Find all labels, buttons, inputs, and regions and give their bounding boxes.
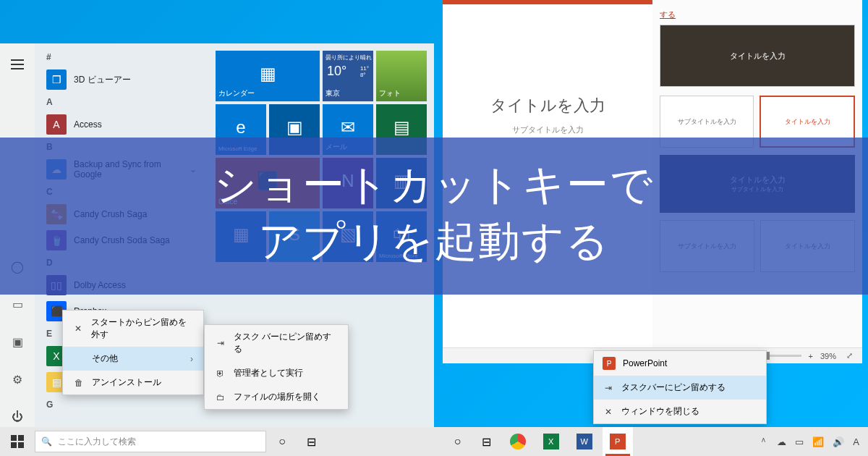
app-label: 3D ビューアー	[74, 74, 131, 86]
taskbar-powerpoint[interactable]: P	[603, 427, 633, 456]
documents-icon[interactable]: ▭	[0, 290, 35, 318]
headline-line-2: アプリを起動する	[7, 213, 861, 269]
windows-logo-icon	[11, 435, 24, 448]
weather-temp: 10°	[327, 64, 346, 79]
ctx-label: 管理者として実行	[234, 367, 303, 379]
unpin-icon: ✕	[73, 324, 84, 334]
task-view-icon[interactable]: ⊟	[298, 427, 324, 456]
trash-icon: 🗑	[73, 378, 85, 388]
close-icon: ✕	[603, 407, 614, 417]
tile-weather[interactable]: 曇り所により晴れ 10° 11°8° 東京	[323, 51, 373, 101]
design-link[interactable]: する	[660, 9, 676, 20]
ctx-label: スタートからピン留めを外す	[91, 316, 193, 341]
weather-location: 東京	[326, 88, 370, 98]
tile-photos[interactable]: フォト	[376, 51, 427, 101]
cortana-icon-2[interactable]: ○	[445, 427, 471, 456]
edge-icon: e	[236, 117, 245, 138]
section-a[interactable]: A	[35, 93, 208, 111]
word-icon: W	[576, 434, 592, 449]
ctx-label: タスク バーにピン留めする	[234, 331, 338, 355]
search-placeholder: ここに入力して検索	[58, 436, 136, 448]
powerpoint-icon: P	[610, 434, 626, 449]
task-view-icon-2[interactable]: ⊟	[474, 427, 500, 456]
app-3d-viewer[interactable]: ❒ 3D ビューアー	[35, 67, 208, 93]
tray-onedrive-icon[interactable]: ☁	[777, 436, 786, 447]
ctx-label: ファイルの場所を開く	[234, 391, 320, 403]
zoom-percent[interactable]: 39%	[820, 352, 836, 360]
hamburger-icon[interactable]	[0, 51, 35, 78]
excel-icon: X	[543, 434, 559, 449]
tile-calendar[interactable]: ▦ カレンダー	[216, 51, 320, 101]
powerpoint-titlebar	[443, 0, 652, 4]
tile-label: カレンダー	[218, 88, 317, 98]
start-button[interactable]	[3, 427, 32, 456]
taskbar-excel[interactable]: X	[536, 427, 566, 456]
powerpoint-icon: P	[603, 357, 616, 370]
slide-subtitle-placeholder[interactable]: サブタイトルを入力	[461, 124, 634, 135]
ctx-run-admin[interactable]: ⛨ 管理者として実行	[205, 361, 348, 385]
jumplist-app[interactable]: P PowerPoint	[594, 351, 766, 376]
pictures-icon[interactable]: ▣	[0, 328, 35, 355]
start-context-menu: ✕ スタートからピン留めを外す その他 › 🗑 アンインストール	[62, 310, 204, 395]
app-label: Access	[74, 119, 102, 130]
taskbar-chrome[interactable]	[503, 427, 533, 456]
ctx-uninstall[interactable]: 🗑 アンインストール	[63, 371, 203, 394]
taskbar-jumplist: P PowerPoint ⇥ タスクバーにピン留めする ✕ ウィンドウを閉じる	[593, 350, 767, 424]
start-context-submenu: ⇥ タスク バーにピン留めする ⛨ 管理者として実行 🗀 ファイルの場所を開く	[204, 324, 349, 410]
tray-ime-indicator[interactable]: A	[853, 436, 859, 447]
chevron-right-icon: ›	[190, 354, 193, 364]
pin-icon: ⇥	[215, 338, 226, 348]
tray-chevron-icon[interactable]: ＾	[759, 435, 768, 448]
tray-network-icon[interactable]: ▭	[795, 436, 804, 447]
chrome-icon	[510, 434, 526, 449]
search-icon: 🔍	[41, 436, 52, 447]
section-hash[interactable]: #	[35, 48, 208, 67]
calendar-icon: ▦	[260, 64, 276, 84]
taskbar: 🔍 ここに入力して検索 ○ ⊟ ○ ⊟ X W P ＾ ☁ ▭ 📶 🔊 A	[0, 427, 868, 456]
section-g[interactable]: G	[35, 395, 208, 414]
ctx-open-location[interactable]: 🗀 ファイルの場所を開く	[205, 385, 348, 409]
slide-canvas[interactable]: タイトルを入力 サブタイトルを入力	[461, 91, 634, 135]
headline-overlay: ショートカットキーで アプリを起動する	[0, 138, 868, 295]
folder-icon: 🗀	[215, 392, 226, 402]
system-tray: ＾ ☁ ▭ 📶 🔊 A	[753, 435, 865, 448]
ctx-other[interactable]: その他 ›	[63, 347, 203, 371]
pin-icon: ⇥	[603, 383, 614, 393]
fit-window-icon[interactable]: ⤢	[843, 350, 855, 362]
ctx-label: その他	[92, 352, 118, 365]
app-icon: ▣	[286, 117, 303, 138]
headline-line-1: ショートカットキーで	[7, 156, 861, 213]
jumplist-label: ウィンドウを閉じる	[621, 405, 699, 418]
jumplist-close[interactable]: ✕ ウィンドウを閉じる	[594, 400, 766, 423]
weather-condition: 曇り所により晴れ	[326, 54, 372, 62]
cortana-icon[interactable]: ○	[269, 427, 295, 456]
mail-icon: ✉	[341, 117, 355, 138]
access-icon: A	[46, 114, 67, 135]
cube-icon: ❒	[46, 69, 67, 90]
jumplist-label: PowerPoint	[623, 358, 667, 368]
slide-title-placeholder[interactable]: タイトルを入力	[461, 91, 634, 120]
jumplist-pin[interactable]: ⇥ タスクバーにピン留めする	[594, 376, 766, 400]
ctx-pin-taskbar[interactable]: ⇥ タスク バーにピン留めする	[205, 325, 348, 361]
tray-volume-icon[interactable]: 🔊	[833, 436, 844, 447]
design-thumb-1[interactable]: タイトルを入力	[660, 25, 855, 87]
taskbar-word[interactable]: W	[569, 427, 600, 456]
tray-wifi-icon[interactable]: 📶	[812, 436, 824, 447]
app-icon: ▤	[393, 117, 410, 138]
app-access[interactable]: A Access	[35, 111, 208, 138]
search-input[interactable]: 🔍 ここに入力して検索	[35, 431, 266, 452]
tile-label: フォト	[379, 88, 424, 98]
ctx-label: アンインストール	[92, 376, 161, 389]
jumplist-label: タスクバーにピン留めする	[621, 381, 726, 394]
settings-icon[interactable]: ⚙	[0, 366, 35, 393]
shield-icon: ⛨	[215, 368, 226, 379]
ctx-unpin-start[interactable]: ✕ スタートからピン留めを外す	[63, 311, 203, 347]
